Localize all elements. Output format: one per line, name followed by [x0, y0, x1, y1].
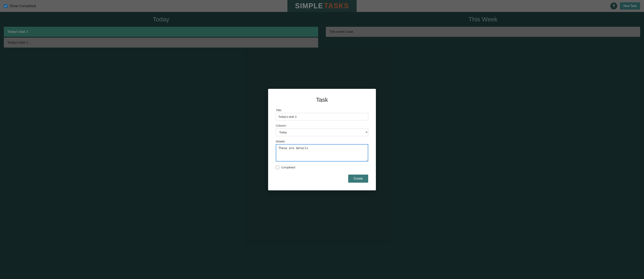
details-textarea[interactable]: These are details: [276, 144, 368, 161]
title-input[interactable]: [276, 113, 368, 120]
column-label: Column:: [276, 124, 368, 127]
title-label: Title:: [276, 109, 368, 112]
modal-title: Task: [276, 97, 368, 103]
modal-overlay[interactable]: Task Title: Column: Today This Week Back…: [0, 0, 644, 279]
column-select[interactable]: Today This Week Backlog: [276, 128, 368, 136]
completed-checkbox[interactable]: [276, 166, 279, 169]
completed-row: Completed: [276, 166, 368, 169]
details-form-group: Details: These are details: [276, 140, 368, 162]
modal-footer: Create: [276, 175, 368, 183]
completed-label[interactable]: Completed: [281, 166, 295, 169]
column-form-group: Column: Today This Week Backlog: [276, 124, 368, 136]
details-label: Details:: [276, 140, 368, 143]
create-button[interactable]: Create: [348, 175, 368, 183]
title-form-group: Title:: [276, 109, 368, 120]
task-modal: Task Title: Column: Today This Week Back…: [268, 89, 376, 190]
